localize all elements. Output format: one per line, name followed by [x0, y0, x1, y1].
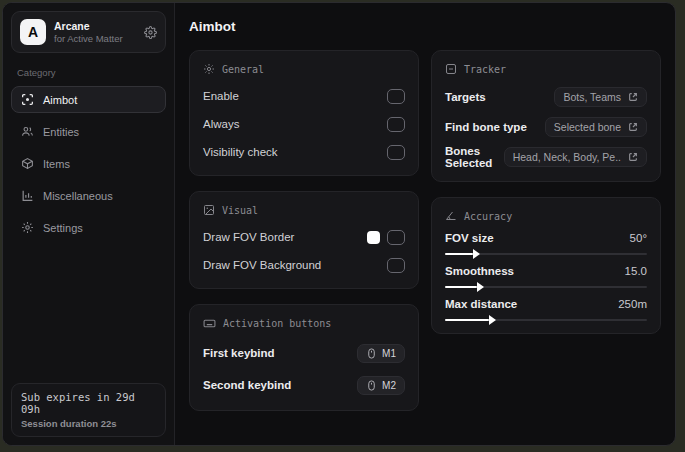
- card-title: General: [222, 64, 264, 75]
- tracker-row-bones-selected: Bones Selected Head, Neck, Body, Pe..: [445, 145, 647, 169]
- image-icon: [203, 204, 215, 216]
- session-duration-text: Session duration 22s: [21, 418, 156, 429]
- tracker-row-bone-type: Find bone type Selected bone: [445, 115, 647, 139]
- setting-row-enable: Enable: [203, 85, 405, 107]
- tracker-card: Tracker Targets Bots, Teams: [431, 50, 661, 182]
- brand-name: Arcane: [54, 20, 123, 32]
- sidebar-item-label: Miscellaneous: [43, 190, 113, 202]
- tracker-label: Targets: [445, 91, 486, 103]
- slider-label: Smoothness: [445, 265, 514, 277]
- tracker-row-targets: Targets Bots, Teams: [445, 85, 647, 109]
- tracker-label: Find bone type: [445, 121, 527, 133]
- setting-label: Draw FOV Border: [203, 231, 294, 243]
- setting-row-visibility-check: Visibility check: [203, 141, 405, 163]
- page-title: Aimbot: [189, 19, 661, 34]
- sidebar: A Arcane for Active Matter Category: [3, 3, 175, 445]
- always-checkbox[interactable]: [387, 117, 405, 132]
- dropdown-value: Selected bone: [554, 121, 621, 133]
- setting-row-fov-border: Draw FOV Border: [203, 226, 405, 248]
- app-window: A Arcane for Active Matter Category: [2, 2, 676, 446]
- keybind-row-first: First keybind M1: [203, 340, 405, 366]
- chart-axis-icon: [21, 189, 34, 202]
- enable-checkbox[interactable]: [387, 89, 405, 104]
- slider-thumb[interactable]: [477, 282, 484, 292]
- setting-row-fov-background: Draw FOV Background: [203, 254, 405, 276]
- slider-label: FOV size: [445, 232, 494, 244]
- sidebar-item-label: Items: [43, 158, 70, 170]
- card-title: Visual: [222, 205, 258, 216]
- dropdown-value: Head, Neck, Body, Pe..: [513, 151, 621, 163]
- keybind-value: M1: [382, 348, 396, 359]
- sidebar-item-aimbot[interactable]: Aimbot: [11, 86, 166, 113]
- scan-target-icon: [445, 63, 457, 75]
- fov-border-color-swatch[interactable]: [367, 231, 380, 244]
- slider-value: 50°: [630, 232, 647, 244]
- general-card: General Enable Always Visibility check: [189, 50, 419, 176]
- card-title: Accuracy: [464, 211, 512, 222]
- setting-row-always: Always: [203, 113, 405, 135]
- keybind-label: Second keybind: [203, 379, 291, 391]
- slider-value: 15.0: [625, 265, 647, 277]
- fov-size-slider[interactable]: [445, 253, 647, 255]
- bone-type-dropdown[interactable]: Selected bone: [545, 117, 647, 137]
- slider-thumb[interactable]: [489, 315, 496, 325]
- sidebar-item-label: Aimbot: [43, 94, 77, 106]
- sidebar-item-label: Entities: [43, 126, 79, 138]
- tracker-label: Bones Selected: [445, 145, 504, 169]
- first-keybind-button[interactable]: M1: [357, 344, 405, 363]
- setting-label: Always: [203, 118, 239, 130]
- settings-gear-icon[interactable]: [144, 26, 157, 39]
- sidebar-item-miscellaneous[interactable]: Miscellaneous: [11, 182, 166, 209]
- slider-label: Max distance: [445, 298, 517, 310]
- visual-card: Visual Draw FOV Border Draw FOV Backgrou…: [189, 191, 419, 289]
- bones-selected-dropdown[interactable]: Head, Neck, Body, Pe..: [504, 147, 647, 167]
- max-distance-slider[interactable]: [445, 319, 647, 321]
- keybind-row-second: Second keybind M2: [203, 372, 405, 398]
- fov-border-checkbox[interactable]: [387, 230, 405, 245]
- brand-logo: A: [20, 19, 46, 45]
- slider-thumb[interactable]: [473, 249, 480, 259]
- mouse-icon: [366, 348, 377, 359]
- keybind-label: First keybind: [203, 347, 275, 359]
- subscription-card: Sub expires in 29d 09h Session duration …: [11, 383, 166, 437]
- card-title: Activation buttons: [223, 318, 331, 329]
- crosshair-scan-icon: [21, 93, 34, 106]
- setting-label: Visibility check: [203, 146, 278, 158]
- main-content: Aimbot General Enable: [175, 3, 675, 445]
- slider-fov-size: FOV size 50°: [445, 232, 647, 255]
- sidebar-item-label: Settings: [43, 222, 83, 234]
- slider-max-distance: Max distance 250m: [445, 298, 647, 321]
- card-title: Tracker: [464, 64, 506, 75]
- fov-background-checkbox[interactable]: [387, 258, 405, 273]
- slider-smoothness: Smoothness 15.0: [445, 265, 647, 288]
- gear-small-icon: [203, 63, 215, 75]
- setting-label: Draw FOV Background: [203, 259, 321, 271]
- expand-icon: [628, 92, 638, 102]
- sidebar-item-items[interactable]: Items: [11, 150, 166, 177]
- brand-card: A Arcane for Active Matter: [11, 11, 166, 53]
- people-icon: [21, 125, 34, 138]
- angle-icon: [445, 210, 457, 222]
- dropdown-value: Bots, Teams: [563, 91, 621, 103]
- mouse-icon: [366, 380, 377, 391]
- keyboard-icon: [203, 317, 216, 330]
- setting-label: Enable: [203, 90, 239, 102]
- slider-value: 250m: [618, 298, 647, 310]
- sidebar-item-entities[interactable]: Entities: [11, 118, 166, 145]
- visibility-check-checkbox[interactable]: [387, 145, 405, 160]
- accuracy-card: Accuracy FOV size 50°: [431, 197, 661, 334]
- gear-icon: [21, 221, 34, 234]
- activation-card: Activation buttons First keybind M1: [189, 304, 419, 411]
- targets-dropdown[interactable]: Bots, Teams: [554, 87, 647, 107]
- sub-expiry-text: Sub expires in 29d 09h: [21, 391, 156, 415]
- category-label: Category: [17, 67, 160, 78]
- smoothness-slider[interactable]: [445, 286, 647, 288]
- expand-icon: [628, 152, 638, 162]
- second-keybind-button[interactable]: M2: [357, 376, 405, 395]
- sidebar-item-settings[interactable]: Settings: [11, 214, 166, 241]
- brand-subtitle: for Active Matter: [54, 33, 123, 44]
- cube-icon: [21, 157, 34, 170]
- expand-icon: [628, 122, 638, 132]
- keybind-value: M2: [382, 380, 396, 391]
